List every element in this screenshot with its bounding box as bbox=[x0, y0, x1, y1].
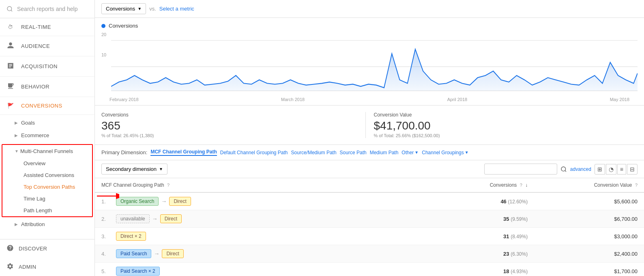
chart-section: Conversions 20 10 F bbox=[95, 18, 644, 106]
secondary-dimension-dropdown[interactable]: Secondary dimension ▼ bbox=[101, 164, 167, 175]
svg-line-1 bbox=[11, 10, 12, 11]
path-tag[interactable]: Organic Search bbox=[116, 197, 159, 206]
view-icons: ⊞ ◔ ≡ ⊟ bbox=[595, 164, 638, 175]
path-tag[interactable]: Direct × 2 bbox=[116, 232, 146, 241]
dim-link-source[interactable]: Source Path bbox=[340, 150, 367, 155]
value-cell: $6,700.00 bbox=[534, 210, 644, 228]
main-content: Conversions ▼ vs. Select a metric Conver… bbox=[95, 0, 644, 276]
sidebar-item-goals[interactable]: ▶ Goals bbox=[0, 116, 94, 129]
conversions-icon: 🚩 bbox=[6, 103, 15, 109]
table-row: 5.Paid Search × 218 (4.93%)$1,700.00 bbox=[95, 263, 644, 276]
value-cell: $1,700.00 bbox=[534, 263, 644, 276]
search-icon-right[interactable] bbox=[560, 166, 567, 172]
acquisition-icon bbox=[6, 62, 15, 71]
sidebar-item-ecommerce[interactable]: ▶ Ecommerce bbox=[0, 129, 94, 142]
svg-point-8 bbox=[561, 167, 566, 171]
conversions-cell: 46 (12.60%) bbox=[424, 192, 534, 210]
conv-value: 46 bbox=[500, 198, 506, 205]
behavior-icon bbox=[6, 82, 15, 91]
th-value: Conversion Value ? bbox=[534, 178, 644, 192]
discover-icon bbox=[6, 244, 14, 253]
audience-icon bbox=[6, 42, 15, 50]
path-tag[interactable]: Direct bbox=[169, 197, 191, 206]
select-metric-link[interactable]: Select a metric bbox=[159, 6, 194, 12]
dim-link-other[interactable]: Other ▼ bbox=[401, 150, 419, 155]
legend-dot bbox=[101, 24, 105, 28]
chart-x-labels: February 2018 March 2018 April 2018 May … bbox=[101, 97, 638, 102]
channel-groupings-dropdown-icon: ▼ bbox=[465, 150, 469, 155]
row-number: 4. bbox=[101, 251, 114, 257]
pie-view-btn[interactable]: ◔ bbox=[606, 164, 616, 175]
expand-icon: ▶ bbox=[15, 222, 18, 226]
secondary-bar: Secondary dimension ▼ advanced ⊞ ◔ ≡ ⊟ bbox=[95, 160, 644, 178]
value-cell: $5,600.00 bbox=[534, 192, 644, 210]
stat-conversion-value: Conversion Value $41,700.00 % of Total: … bbox=[365, 112, 638, 138]
path-tag[interactable]: Paid Search × 2 bbox=[116, 267, 160, 276]
value-cell: $2,400.00 bbox=[534, 245, 644, 263]
expand-icon: ▶ bbox=[15, 121, 18, 125]
conv-pct: (6.30%) bbox=[511, 251, 528, 257]
list-view-btn[interactable]: ≡ bbox=[617, 164, 626, 175]
path-tag[interactable]: unavailable bbox=[116, 214, 150, 223]
path-arrow-icon: → bbox=[154, 250, 159, 257]
table-row: 2.unavailable→Direct35 (9.59%)$6,700.00 bbox=[95, 210, 644, 228]
table-row: 3.Direct × 231 (8.49%)$3,000.00 bbox=[95, 228, 644, 245]
expand-arrow-icon: ▼ bbox=[15, 149, 19, 153]
top-bar: Conversions ▼ vs. Select a metric bbox=[95, 0, 644, 18]
dim-link-default[interactable]: Default Channel Grouping Path bbox=[220, 150, 288, 155]
sidebar-nav-item-behavior[interactable]: BEHAVIOR bbox=[0, 77, 94, 97]
grid-view-btn[interactable]: ⊞ bbox=[595, 164, 605, 175]
sidebar-search[interactable]: Search reports and help bbox=[0, 0, 94, 18]
dim-link-source-medium[interactable]: Source/Medium Path bbox=[291, 150, 337, 155]
path-tag[interactable]: Direct bbox=[160, 214, 182, 223]
conv-pct: (8.49%) bbox=[511, 234, 528, 239]
row-number: 5. bbox=[101, 268, 114, 274]
svg-point-0 bbox=[7, 6, 12, 11]
table-view-btn[interactable]: ⊟ bbox=[627, 164, 638, 175]
search-input[interactable] bbox=[484, 164, 557, 175]
conv-value: 31 bbox=[503, 233, 509, 239]
path-cell: 4.Paid Search→Direct bbox=[95, 245, 424, 263]
question-icon-conv: ? bbox=[520, 183, 522, 188]
conversions-cell: 35 (9.59%) bbox=[424, 210, 534, 228]
path-tag[interactable]: Paid Search bbox=[116, 249, 151, 258]
path-cell: 1.Organic Search→Direct bbox=[95, 192, 424, 210]
sidebar-item-attribution[interactable]: ▶ Attribution bbox=[0, 218, 94, 231]
sidebar-nav-item-audience[interactable]: AUDIENCE bbox=[0, 36, 94, 56]
sidebar-item-discover[interactable]: DISCOVER bbox=[0, 239, 94, 258]
sidebar-item-assisted-conversions[interactable]: Assisted Conversions bbox=[2, 169, 92, 181]
sidebar-item-admin[interactable]: ADMIN bbox=[0, 258, 94, 276]
sidebar-item-top-conversion-paths[interactable]: Top Conversion Paths bbox=[2, 181, 92, 193]
row-number: 2. bbox=[101, 216, 114, 222]
conv-pct: (12.60%) bbox=[508, 199, 528, 205]
dim-link-medium[interactable]: Medium Path bbox=[370, 150, 399, 155]
value-cell: $3,000.00 bbox=[534, 228, 644, 245]
advanced-link[interactable]: advanced bbox=[570, 166, 591, 172]
path-tag[interactable]: Direct bbox=[162, 249, 183, 258]
secondary-dropdown-icon: ▼ bbox=[159, 167, 163, 171]
sort-arrow-icon[interactable]: ↓ bbox=[525, 182, 528, 188]
data-table: MCF Channel Grouping Path ? Conversions … bbox=[95, 178, 644, 276]
search-right: advanced ⊞ ◔ ≡ ⊟ bbox=[484, 164, 638, 175]
sidebar-item-overview[interactable]: Overview bbox=[2, 157, 92, 169]
search-icon bbox=[6, 6, 13, 12]
sidebar-nav-item-conversions[interactable]: 🚩 CONVERSIONS bbox=[0, 97, 94, 115]
conv-pct: (4.93%) bbox=[511, 269, 528, 274]
conv-value: 35 bbox=[503, 216, 509, 222]
search-placeholder-text: Search reports and help bbox=[17, 6, 77, 12]
dim-active[interactable]: MCF Channel Grouping Path bbox=[150, 149, 217, 156]
metric-dropdown[interactable]: Conversions ▼ bbox=[101, 3, 146, 14]
sidebar-nav-item-realtime[interactable]: ⏱ REAL-TIME bbox=[0, 18, 94, 36]
conversions-cell: 18 (4.93%) bbox=[424, 263, 534, 276]
question-icon: ? bbox=[167, 183, 170, 188]
stat-conversions: Conversions 365 % of Total: 26.45% (1,38… bbox=[101, 112, 365, 138]
sidebar-item-path-length[interactable]: Path Length bbox=[2, 205, 92, 216]
expand-icon: ▶ bbox=[15, 133, 18, 138]
row-number: 1. bbox=[101, 198, 114, 205]
sidebar-item-mcf[interactable]: ▼ Multi-Channel Funnels bbox=[2, 145, 92, 157]
dim-link-channel-groupings[interactable]: Channel Groupings ▼ bbox=[422, 150, 468, 155]
svg-line-9 bbox=[565, 170, 566, 172]
sidebar-item-time-lag[interactable]: Time Lag bbox=[2, 193, 92, 205]
dropdown-arrow-icon: ▼ bbox=[137, 6, 142, 11]
sidebar-nav-item-acquisition[interactable]: ACQUISITION bbox=[0, 56, 94, 77]
